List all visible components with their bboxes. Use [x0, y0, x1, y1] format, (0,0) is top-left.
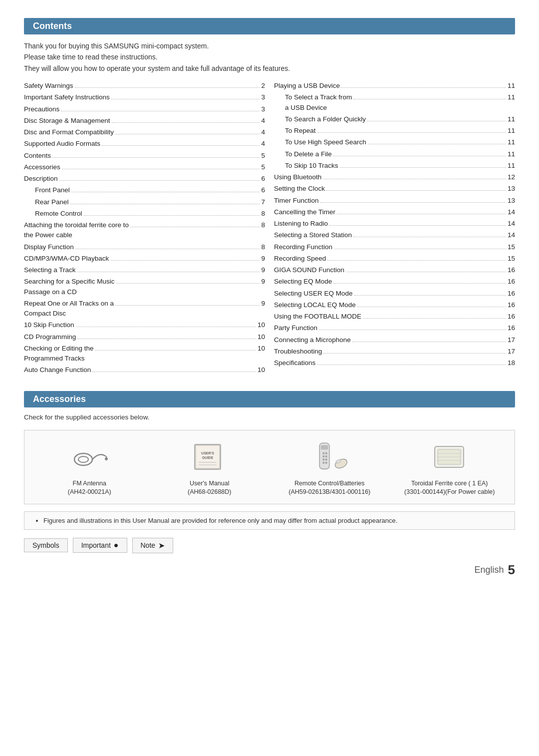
toc-page: 10: [258, 320, 265, 330]
accessory-ferrite-core: Toroidal Ferrite core ( 1 EA)(3301-00014…: [397, 439, 503, 497]
toc-page: 12: [508, 172, 515, 182]
toc-title: Supported Audio Formats: [24, 139, 100, 149]
toc-page: 3: [261, 92, 265, 102]
toc-title: To Repeat: [285, 126, 316, 136]
toc-columns: Safety Warnings2Important Safety Instruc…: [24, 81, 515, 377]
toc-entry: To Skip 10 Tracks11: [274, 161, 515, 171]
toc-entry: Recording Function15: [274, 242, 515, 252]
accessories-header: Accessories: [24, 391, 515, 407]
svg-text:USER'S: USER'S: [201, 451, 214, 455]
remote-control-label: Remote Control/Batteries(AH59-02613B/430…: [288, 479, 370, 497]
note-item: Note ➤: [132, 538, 174, 553]
toc-left-col: Safety Warnings2Important Safety Instruc…: [24, 81, 274, 377]
toc-dots: [317, 132, 506, 133]
important-item: Important ●: [73, 538, 127, 553]
toc-dots: [102, 145, 260, 146]
toc-entry: Party Function16: [274, 323, 515, 333]
toc-page: 4: [261, 116, 265, 126]
toc-entry: Selecting a Stored Station14: [274, 230, 515, 240]
toc-title: Safety Warnings: [24, 81, 73, 91]
toc-entry: Rear Panel7: [24, 197, 265, 207]
toc-entry: Disc Storage & Management4: [24, 116, 265, 126]
toc-entry: Selecting LOCAL EQ Mode16: [274, 300, 515, 310]
toc-page: 15: [508, 242, 515, 252]
toc-title: CD/MP3/WMA-CD Playback: [24, 254, 109, 264]
toc-entry: Using the FOOTBALL MODE16: [274, 312, 515, 322]
toc-page: 9: [261, 299, 265, 309]
toc-page: 14: [508, 207, 515, 217]
toc-dots: [62, 169, 260, 169]
toc-title: CD Programming: [24, 332, 76, 342]
toc-entry: Attaching the toroidal ferrite core to t…: [24, 220, 265, 241]
toc-dots: [92, 372, 256, 372]
toc-title: Cancelling the Timer: [274, 207, 335, 217]
toc-page: 11: [508, 81, 515, 91]
toc-page: 7: [261, 197, 265, 207]
toc-dots: [353, 99, 506, 99]
toc-title: Precautions: [24, 104, 59, 114]
toc-page: 11: [508, 149, 515, 159]
toc-page: 5: [261, 162, 265, 172]
toc-title: Selecting a Track: [24, 265, 76, 275]
toc-title: Rear Panel: [35, 197, 69, 207]
toc-title: Party Function: [274, 323, 317, 333]
toc-dots: [363, 318, 506, 319]
toc-dots: [341, 87, 506, 88]
note-label: Note: [141, 541, 156, 549]
toc-title: Recording Function: [274, 242, 332, 252]
toc-page: 8: [261, 242, 265, 252]
toc-page: 4: [261, 127, 265, 137]
toc-page: 8: [261, 220, 265, 230]
fm-antenna-label: FM Antenna(AH42-00021A): [68, 479, 111, 497]
toc-dots: [112, 122, 260, 123]
toc-dots: [76, 327, 256, 327]
toc-dots: [111, 99, 260, 99]
toc-title: Contents: [24, 151, 51, 161]
toc-dots: [323, 353, 506, 354]
page-number: 5: [508, 562, 515, 578]
toc-entry: Selecting EQ Mode16: [274, 277, 515, 287]
toc-page: 17: [508, 347, 515, 357]
toc-dots: [77, 272, 260, 272]
toc-page: 13: [508, 196, 515, 206]
toc-right-col: Playing a USB Device11To Select a Track …: [274, 81, 515, 377]
toc-entry: Playing a USB Device11: [274, 81, 515, 91]
ferrite-core-icon: [427, 439, 472, 474]
toc-entry: Contents5: [24, 151, 265, 161]
page: Contents Thank you for buying this SAMSU…: [0, 0, 539, 596]
symbols-item: Symbols: [24, 538, 68, 552]
toc-entry: CD Programming10: [24, 332, 265, 342]
toc-title: To Use High Speed Search: [285, 137, 366, 147]
toc-page: 3: [261, 104, 265, 114]
toc-title: Front Panel: [35, 185, 70, 195]
toc-title: Troubleshooting: [274, 347, 322, 357]
toc-title: Display Function: [24, 242, 74, 252]
toc-title: To Skip 10 Tracks: [285, 161, 338, 171]
toc-page: 11: [508, 92, 515, 102]
toc-title: Recording Speed: [274, 254, 326, 264]
toc-page: 10: [258, 365, 265, 375]
toc-page: 13: [508, 184, 515, 194]
toc-title: Specifications: [274, 358, 315, 368]
toc-dots: [70, 204, 260, 204]
toc-dots: [110, 260, 260, 261]
toc-entry: Connecting a Microphone17: [274, 335, 515, 345]
toc-page: 15: [508, 254, 515, 264]
toc-page: 10: [258, 344, 265, 354]
toc-title: Selecting a Stored Station: [274, 230, 352, 240]
toc-title: Auto Change Function: [24, 365, 91, 375]
toc-entry: Searching for a Specific Music Passage o…: [24, 277, 265, 297]
toc-entry: Selecting a Track9: [24, 265, 265, 275]
toc-dots: [115, 134, 260, 134]
toc-page: 16: [508, 300, 515, 310]
intro-text: Thank you for buying this SAMSUNG mini-c…: [24, 40, 515, 74]
toc-dots: [95, 350, 256, 351]
toc-dots: [327, 260, 506, 261]
toc-page: 16: [508, 312, 515, 322]
svg-point-14: [325, 455, 328, 458]
accessory-fm-antenna: FM Antenna(AH42-00021A): [36, 439, 142, 497]
toc-entry: 10 Skip Function10: [24, 320, 265, 330]
toc-entry: Listening to Radio14: [274, 219, 515, 229]
toc-title: GIGA SOUND Function: [274, 265, 344, 275]
svg-point-17: [322, 462, 325, 464]
